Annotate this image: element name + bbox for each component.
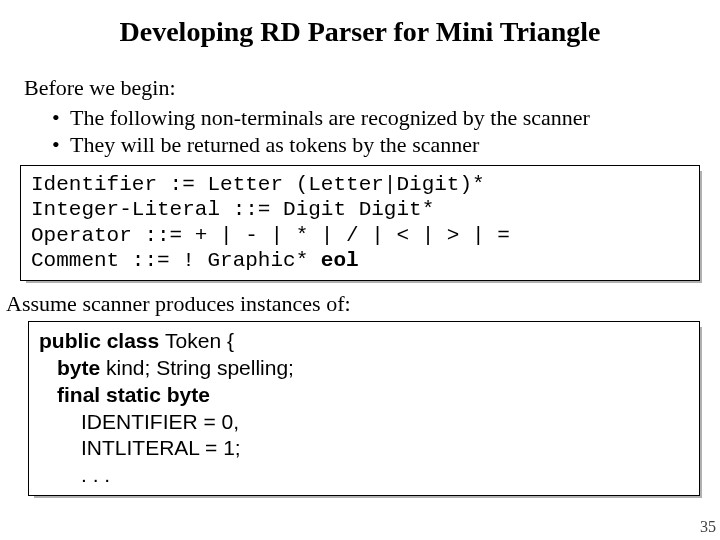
token-code: public class Token { byte kind; String s… xyxy=(39,328,689,489)
intro-lead: Before we begin: xyxy=(24,74,696,102)
keyword: final static byte xyxy=(57,383,210,406)
code-line: IDENTIFIER = 0, xyxy=(39,409,689,436)
slide: Developing RD Parser for Mini Triangle B… xyxy=(0,0,720,540)
intro-block: Before we begin: The following non-termi… xyxy=(24,74,696,159)
grammar-line: Operator ::= + | - | * | / | < | > | = xyxy=(31,224,510,247)
page-number: 35 xyxy=(700,518,716,536)
intro-bullet: The following non-terminals are recogniz… xyxy=(52,104,696,132)
token-box: public class Token { byte kind; String s… xyxy=(28,321,700,496)
grammar-line: Comment ::= ! Graphic* xyxy=(31,249,321,272)
box-content: Identifier := Letter (Letter|Digit)* Int… xyxy=(20,165,700,281)
intro-bullet: They will be returned as tokens by the s… xyxy=(52,131,696,159)
code-line: INTLITERAL = 1; xyxy=(39,435,689,462)
keyword: public class xyxy=(39,329,165,352)
grammar-line: Identifier := Letter (Letter|Digit)* xyxy=(31,173,485,196)
code-text: kind; String spelling; xyxy=(106,356,294,379)
code-line: final static byte xyxy=(39,382,689,409)
assume-text: Assume scanner produces instances of: xyxy=(6,291,720,317)
intro-bullets: The following non-terminals are recogniz… xyxy=(24,104,696,159)
grammar-text: Identifier := Letter (Letter|Digit)* Int… xyxy=(31,172,689,274)
code-text: Token { xyxy=(165,329,234,352)
code-line: . . . xyxy=(39,462,689,489)
grammar-eol: eol xyxy=(321,249,359,272)
code-line: byte kind; String spelling; xyxy=(39,355,689,382)
code-line: public class Token { xyxy=(39,329,234,352)
slide-title: Developing RD Parser for Mini Triangle xyxy=(0,0,720,58)
grammar-line: Integer-Literal ::= Digit Digit* xyxy=(31,198,434,221)
grammar-box: Identifier := Letter (Letter|Digit)* Int… xyxy=(20,165,700,281)
box-content: public class Token { byte kind; String s… xyxy=(28,321,700,496)
keyword: byte xyxy=(57,356,106,379)
